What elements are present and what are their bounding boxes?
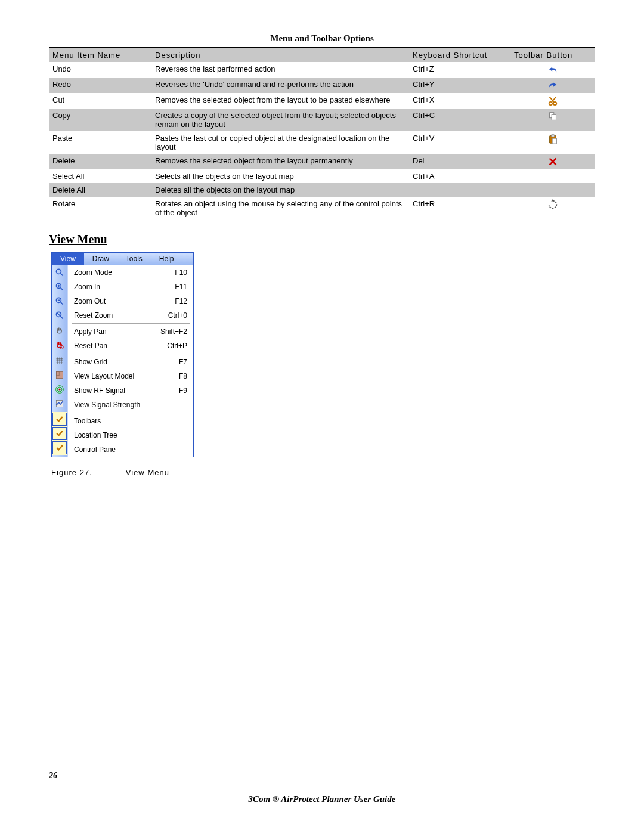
menu-item-description: Reverses the 'Undo' command and re-perfo… [151, 78, 409, 93]
menu-item-shortcut [409, 183, 510, 197]
menu-item-shortcut: Ctrl+R [409, 197, 510, 219]
menu-item-shortcut: Ctrl+Y [409, 78, 510, 93]
table-row: CopyCreates a copy of the selected objec… [49, 109, 595, 131]
figure-number: Figure 27. [51, 468, 123, 477]
table-row: Select AllSelects all the objects on the… [49, 169, 595, 183]
menu-item[interactable]: Show RF SignalF9 [68, 383, 193, 398]
redo-icon [547, 80, 558, 91]
menu-item-description: Creates a copy of the selected object fr… [151, 109, 409, 131]
view-layout-icon [52, 368, 67, 382]
menu-item-shortcut: Ctrl+C [409, 109, 510, 131]
menu-icon-strip [52, 265, 68, 457]
view-signal-icon [52, 397, 67, 411]
menu-item-name: Copy [49, 109, 151, 131]
menu-item-description: Deletes all the objects on the layout ma… [151, 183, 409, 197]
menu-item-label: Apply Pan [74, 327, 151, 336]
menu-item[interactable]: Reset ZoomCtrl+0 [68, 308, 193, 323]
menu-item-list: Zoom ModeF10Zoom InF11Zoom OutF12Reset Z… [68, 265, 193, 457]
apply-pan-icon [52, 324, 67, 338]
menu-item-name: Paste [49, 131, 151, 154]
menu-item[interactable]: View Layout ModelF8 [68, 369, 193, 383]
menu-item[interactable]: Show GridF7 [68, 355, 193, 369]
table-row: RotateRotates an object using the mouse … [49, 197, 595, 219]
delete-icon [547, 156, 558, 167]
menu-item-shortcut: Ctrl+Z [409, 62, 510, 78]
menu-item-shortcut: Ctrl+0 [159, 311, 187, 320]
menu-item-shortcut: Ctrl+X [409, 93, 510, 109]
menu-item-label: Toolbars [74, 417, 178, 425]
menu-item-shortcut: F9 [169, 386, 187, 395]
menu-item[interactable]: Control Pane [68, 442, 193, 457]
menu-item-name: Delete All [49, 183, 151, 197]
rotate-icon [547, 199, 558, 210]
show-rf-icon [52, 382, 67, 397]
menu-bar-item[interactable]: Help [151, 253, 182, 265]
toolbar-button-cell [510, 154, 595, 169]
footer-rule [49, 785, 595, 785]
menu-item[interactable]: Zoom ModeF10 [68, 265, 193, 280]
table-header: Description [151, 48, 409, 62]
menu-item[interactable]: Zoom OutF12 [68, 294, 193, 308]
menu-bar-item[interactable]: View [52, 253, 84, 265]
menu-item-name: Undo [49, 62, 151, 78]
menu-item-shortcut: Shift+F2 [151, 327, 187, 336]
figure-title: View Menu [126, 468, 169, 477]
menu-item-shortcut: F12 [165, 297, 187, 305]
menu-item-description: Rotates an object using the mouse by sel… [151, 197, 409, 219]
menu-item-description: Reverses the last performed action [151, 62, 409, 78]
menu-item-label: Zoom Out [74, 297, 165, 305]
table-row: CutRemoves the selected object from the … [49, 93, 595, 109]
menu-item-description: Selects all the objects on the layout ma… [151, 169, 409, 183]
cut-icon [547, 95, 558, 106]
menu-item-shortcut: Ctrl+A [409, 169, 510, 183]
page-header: Menu and Toolbar Options [49, 33, 595, 44]
zoom-out-icon [52, 294, 67, 308]
show-grid-icon [52, 354, 67, 368]
table-row: RedoReverses the 'Undo' command and re-p… [49, 78, 595, 93]
menu-item-description: Pastes the last cut or copied object at … [151, 131, 409, 154]
menu-item[interactable]: View Signal Strength [68, 398, 193, 412]
toolbar-button-cell [510, 169, 595, 183]
menu-bar-item[interactable]: Tools [117, 253, 151, 265]
zoom-in-icon [52, 280, 67, 294]
menu-item-description: Removes the selected object from the lay… [151, 93, 409, 109]
menu-item-shortcut: Ctrl+V [409, 131, 510, 154]
menu-item-shortcut: Del [409, 154, 510, 169]
zoom-mode-icon [52, 265, 67, 280]
table-row: DeleteRemoves the selected object from t… [49, 154, 595, 169]
menu-separator [72, 354, 190, 354]
menu-item-name: Redo [49, 78, 151, 93]
menu-item-description: Removes the selected object from the lay… [151, 154, 409, 169]
table-header: Toolbar Button [510, 48, 595, 62]
view-menu-screenshot: ViewDrawToolsHelp Zoom ModeF10Zoom InF11… [51, 252, 194, 457]
menu-item[interactable]: Reset PanCtrl+P [68, 339, 193, 353]
menu-item[interactable]: Toolbars [68, 414, 193, 428]
menu-item-label: Show Grid [74, 358, 169, 366]
menu-item-label: View Layout Model [74, 372, 169, 380]
menu-item[interactable]: Location Tree [68, 428, 193, 442]
reset-zoom-icon [52, 308, 67, 323]
toolbar-button-cell [510, 109, 595, 131]
toolbar-button-cell [510, 183, 595, 197]
menu-item-label: Control Pane [74, 445, 178, 454]
menu-item-name: Delete [49, 154, 151, 169]
table-header: Menu Item Name [49, 48, 151, 62]
menu-bar: ViewDrawToolsHelp [52, 253, 193, 265]
menu-item-label: Reset Zoom [74, 311, 159, 320]
table-header: Keyboard Shortcut [409, 48, 510, 62]
footer-title: 3Com ® AirProtect Planner User Guide [0, 794, 644, 804]
menu-item-name: Rotate [49, 197, 151, 219]
menu-item-shortcut: F10 [165, 268, 187, 277]
toolbar-button-cell [510, 197, 595, 219]
toolbar-button-cell [510, 131, 595, 154]
menu-bar-item[interactable]: Draw [84, 253, 117, 265]
menu-item-label: Zoom Mode [74, 268, 165, 277]
section-heading-view-menu: View Menu [49, 233, 595, 246]
table-row: Delete AllDeletes all the objects on the… [49, 183, 595, 197]
toolbar-button-cell [510, 78, 595, 93]
menu-item[interactable]: Apply PanShift+F2 [68, 324, 193, 339]
menu-item[interactable]: Zoom InF11 [68, 280, 193, 294]
menu-separator [72, 413, 190, 413]
menu-item-label: Zoom In [74, 283, 165, 291]
toolbar-button-cell [510, 62, 595, 78]
